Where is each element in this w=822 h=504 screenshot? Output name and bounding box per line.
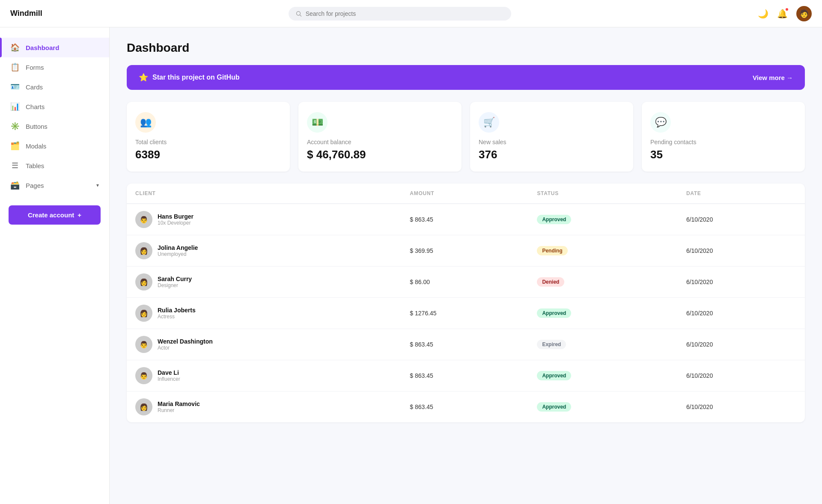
new-sales-label: New sales	[479, 139, 625, 145]
sidebar-item-tables[interactable]: ☰ Tables	[0, 156, 109, 175]
cell-amount: $ 863.45	[401, 360, 528, 391]
search-input[interactable]	[306, 10, 505, 17]
cell-client: 👩 Maria Ramovic Runner	[127, 391, 401, 423]
sidebar-label-dashboard: Dashboard	[26, 44, 59, 51]
sidebar-label-charts: Charts	[26, 103, 45, 110]
notifications-button[interactable]: 🔔	[777, 9, 788, 19]
create-account-label: Create account	[28, 211, 74, 219]
client-name: Hans Burger	[158, 213, 194, 220]
client-avatar: 👩	[135, 242, 152, 259]
cell-client: 👨 Hans Burger 10x Developer	[127, 204, 401, 235]
chevron-down-icon: ▾	[96, 182, 99, 188]
cell-client: 👩 Jolina Angelie Unemployed	[127, 235, 401, 267]
user-avatar[interactable]: 🧑	[796, 6, 812, 21]
client-role: Runner	[158, 407, 200, 413]
total-clients-label: Total clients	[135, 139, 281, 145]
pending-contacts-value: 35	[650, 148, 796, 161]
col-client: CLIENT	[127, 184, 401, 204]
banner-label: Star this project on GitHub	[152, 74, 240, 81]
sidebar-label-pages: Pages	[26, 182, 44, 189]
client-name: Maria Ramovic	[158, 400, 200, 407]
client-name: Wenzel Dashington	[158, 338, 213, 345]
status-badge: Approved	[537, 215, 571, 224]
cell-client: 👨 Wenzel Dashington Actor	[127, 329, 401, 360]
table-row: 👩 Sarah Curry Designer $ 86.00 Denied 6/…	[127, 267, 805, 298]
cell-date: 6/10/2020	[678, 267, 805, 298]
tables-icon: ☰	[10, 161, 20, 170]
forms-icon: 📋	[10, 62, 20, 72]
client-name: Dave Li	[158, 369, 180, 376]
app-layout: 🏠 Dashboard 📋 Forms 🪪 Cards 📊 Charts ✳️ …	[0, 27, 822, 504]
sidebar-item-buttons[interactable]: ✳️ Buttons	[0, 116, 109, 136]
cell-amount: $ 863.45	[401, 329, 528, 360]
total-clients-value: 6389	[135, 148, 281, 161]
search-icon	[295, 10, 302, 17]
transactions-table: CLIENT AMOUNT STATUS DATE 👨 Hans Burger …	[127, 184, 805, 422]
table-row: 👨 Wenzel Dashington Actor $ 863.45 Expir…	[127, 329, 805, 360]
cell-date: 6/10/2020	[678, 298, 805, 329]
svg-line-1	[300, 15, 301, 16]
new-sales-value: 376	[479, 148, 625, 161]
banner-text: ⭐ Star this project on GitHub	[139, 73, 240, 82]
sidebar-item-modals[interactable]: 🗂️ Modals	[0, 136, 109, 156]
cell-amount: $ 1276.45	[401, 298, 528, 329]
client-name: Sarah Curry	[158, 276, 192, 282]
search-bar[interactable]	[289, 7, 511, 21]
create-account-button[interactable]: Create account +	[9, 205, 101, 225]
table-row: 👩 Maria Ramovic Runner $ 863.45 Approved…	[127, 391, 805, 423]
total-clients-icon: 👥	[135, 112, 156, 133]
sidebar: 🏠 Dashboard 📋 Forms 🪪 Cards 📊 Charts ✳️ …	[0, 27, 110, 504]
col-status: STATUS	[528, 184, 678, 204]
star-icon: ⭐	[139, 73, 148, 82]
cell-status: Denied	[528, 267, 678, 298]
cell-status: Approved	[528, 204, 678, 235]
cell-amount: $ 86.00	[401, 267, 528, 298]
cell-status: Pending	[528, 235, 678, 267]
new-sales-icon: 🛒	[479, 112, 499, 133]
theme-toggle-button[interactable]: 🌙	[758, 9, 768, 19]
col-amount: AMOUNT	[401, 184, 528, 204]
modals-icon: 🗂️	[10, 141, 20, 151]
table-body: 👨 Hans Burger 10x Developer $ 863.45 App…	[127, 204, 805, 422]
cell-client: 👩 Rulia Joberts Actress	[127, 298, 401, 329]
sidebar-label-tables: Tables	[26, 162, 44, 169]
client-role: Actor	[158, 345, 213, 351]
stat-card-account-balance: 💵 Account balance $ 46,760.89	[298, 102, 462, 172]
col-date: DATE	[678, 184, 805, 204]
table-row: 👩 Rulia Joberts Actress $ 1276.45 Approv…	[127, 298, 805, 329]
notification-dot	[785, 7, 789, 12]
status-badge: Approved	[537, 371, 571, 380]
cell-client: 👩 Sarah Curry Designer	[127, 267, 401, 298]
github-banner: ⭐ Star this project on GitHub View more …	[127, 65, 805, 90]
charts-icon: 📊	[10, 102, 20, 111]
sidebar-item-pages[interactable]: 🗃️ Pages ▾	[0, 175, 109, 195]
pending-contacts-icon: 💬	[650, 112, 671, 133]
cell-client: 👨 Dave Li Influencer	[127, 360, 401, 391]
sidebar-item-forms[interactable]: 📋 Forms	[0, 57, 109, 77]
svg-point-0	[297, 11, 301, 15]
cell-date: 6/10/2020	[678, 235, 805, 267]
cell-status: Approved	[528, 391, 678, 423]
cell-status: Expired	[528, 329, 678, 360]
client-role: Influencer	[158, 376, 180, 382]
topnav: Windmill 🌙 🔔 🧑	[0, 0, 822, 27]
status-badge: Denied	[537, 277, 564, 287]
stat-card-pending-contacts: 💬 Pending contacts 35	[642, 102, 805, 172]
sidebar-item-dashboard[interactable]: 🏠 Dashboard	[0, 38, 109, 57]
sidebar-label-modals: Modals	[26, 142, 46, 150]
client-avatar: 👩	[135, 305, 152, 322]
banner-link[interactable]: View more →	[753, 74, 793, 81]
cell-date: 6/10/2020	[678, 360, 805, 391]
sidebar-label-forms: Forms	[26, 64, 44, 71]
dashboard-icon: 🏠	[10, 43, 20, 52]
cell-amount: $ 369.95	[401, 235, 528, 267]
sidebar-item-cards[interactable]: 🪪 Cards	[0, 77, 109, 97]
stat-card-total-clients: 👥 Total clients 6389	[127, 102, 290, 172]
client-role: Actress	[158, 314, 196, 320]
cell-status: Approved	[528, 298, 678, 329]
stats-grid: 👥 Total clients 6389 💵 Account balance $…	[127, 102, 805, 172]
client-avatar: 👨	[135, 211, 152, 228]
cell-status: Approved	[528, 360, 678, 391]
cell-amount: $ 863.45	[401, 391, 528, 423]
sidebar-item-charts[interactable]: 📊 Charts	[0, 97, 109, 116]
